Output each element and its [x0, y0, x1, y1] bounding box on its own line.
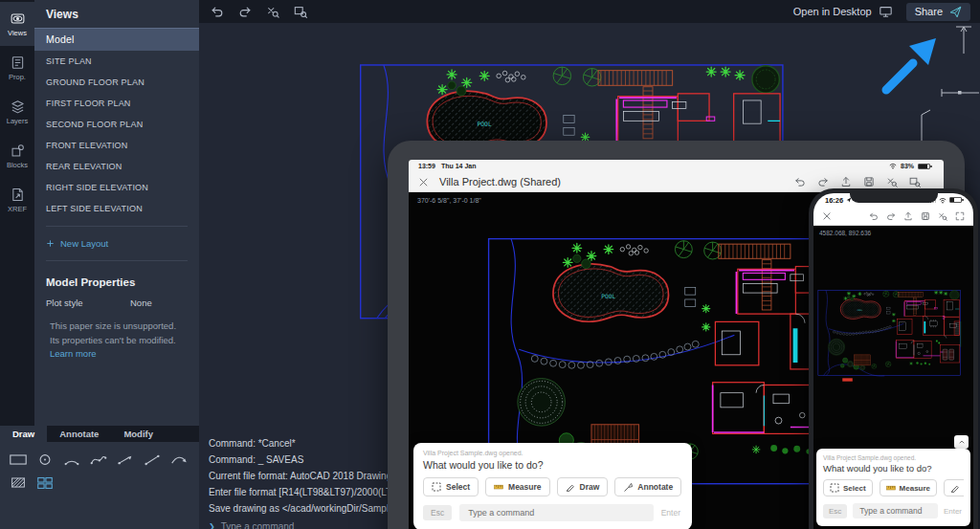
note-text: This paper size is unsupported. Its prop… — [50, 320, 176, 345]
learn-more-link[interactable]: Learn more — [50, 348, 97, 359]
zoom-window-icon[interactable] — [909, 176, 921, 187]
tab-modify[interactable]: Modify — [111, 426, 166, 442]
upload-icon[interactable] — [903, 211, 913, 221]
hatch-icon — [9, 476, 28, 489]
divider — [46, 226, 188, 227]
view-item-site-plan[interactable]: SITE PLAN — [34, 51, 199, 72]
circle-icon — [35, 453, 55, 466]
rail-label: Blocks — [7, 161, 28, 169]
save-icon[interactable] — [863, 176, 875, 187]
view-item-second-floor[interactable]: SECOND FLOOR PLAN — [34, 114, 199, 135]
rail-label: Prop. — [9, 73, 26, 81]
open-in-desktop-label: Open in Desktop — [793, 6, 872, 17]
redo-icon[interactable] — [817, 176, 829, 187]
rail-label: XREF — [8, 205, 27, 213]
view-item-ground-floor[interactable]: GROUND FLOOR PLAN — [34, 72, 199, 93]
paper-size-note: This paper size is unsupported. Its prop… — [34, 312, 199, 362]
undo-icon[interactable] — [794, 176, 806, 187]
popup-measure-button[interactable]: Measure — [485, 477, 550, 496]
line-tool-button[interactable] — [142, 452, 163, 467]
rectangle-icon — [9, 453, 28, 466]
rail-label: Views — [8, 29, 27, 37]
popup-select-button[interactable]: Select — [423, 477, 479, 496]
layers-icon — [11, 99, 25, 114]
view-item-right-side-elevation[interactable]: RIGHT SIDE ELEVATION — [34, 177, 199, 198]
upload-icon[interactable] — [840, 176, 852, 187]
popup-draw-button[interactable]: Draw — [944, 479, 964, 496]
rail-item-layers[interactable]: Layers — [0, 90, 34, 134]
phone-drawing-canvas[interactable]: 4582.068, 892.636 Villa Project Sample.d… — [813, 226, 973, 529]
zoom-selection-icon[interactable] — [938, 211, 947, 221]
zoom-window-icon[interactable] — [294, 5, 307, 18]
close-icon[interactable] — [418, 177, 429, 187]
view-item-front-elevation[interactable]: FRONT ELEVATION — [34, 135, 199, 156]
views-panel-title: Views — [34, 0, 199, 28]
spline-tool-button[interactable] — [88, 452, 109, 467]
zoom-selection-icon[interactable] — [266, 5, 279, 18]
tab-annotate[interactable]: Annotate — [47, 426, 111, 442]
popup-draw-button[interactable]: Draw — [557, 477, 609, 496]
popup-command-input[interactable]: Type a command — [853, 503, 938, 518]
share-button[interactable]: Share — [906, 3, 970, 21]
command-input[interactable]: ❯ Type a command — [209, 521, 397, 529]
view-item-rear-elevation[interactable]: REAR ELEVATION — [34, 156, 199, 177]
hatch-tool-button[interactable] — [8, 474, 29, 490]
plus-icon — [46, 239, 55, 248]
villa-site-plan-phone — [815, 287, 967, 386]
close-icon[interactable] — [822, 211, 832, 221]
rail-label: Layers — [7, 117, 29, 125]
undo-icon[interactable] — [211, 5, 224, 18]
circle-tool-button[interactable] — [34, 452, 56, 467]
desktop-monitor-icon — [879, 5, 893, 18]
popup-command-input[interactable]: Type a command — [459, 504, 654, 521]
rail-item-properties[interactable]: Prop. — [0, 46, 34, 90]
rail-item-blocks[interactable]: Blocks — [0, 134, 34, 178]
polyline-tool-button[interactable] — [168, 452, 189, 467]
send-icon — [949, 6, 962, 18]
rail-item-xref[interactable]: XREF — [0, 178, 34, 222]
tablet-status-bar: 13:59 Thu 14 Jan 83% — [409, 160, 944, 172]
tab-draw[interactable]: Draw — [0, 426, 47, 442]
popup-opened-text: Villa Project Sample.dwg opened. — [823, 454, 964, 461]
top-toolbar: Open in Desktop Share — [199, 0, 980, 23]
open-in-desktop-button[interactable]: Open in Desktop — [793, 5, 893, 18]
spline-icon — [89, 453, 108, 466]
view-item-first-floor[interactable]: FIRST FLOOR PLAN — [34, 93, 199, 114]
wifi-icon — [889, 163, 897, 169]
xref-icon — [11, 187, 25, 202]
blocks-palette-button[interactable] — [34, 474, 56, 490]
line-arrow-icon — [116, 453, 135, 466]
new-layout-label: New Layout — [60, 238, 108, 249]
popup-measure-button[interactable]: Measure — [880, 479, 937, 496]
left-rail: Views Prop. Layers Blocks XREF — [0, 0, 34, 426]
arc-icon — [62, 453, 81, 466]
redo-icon[interactable] — [886, 211, 896, 221]
save-icon[interactable] — [921, 211, 930, 221]
measure-line-tool-button[interactable] — [115, 452, 136, 467]
autocad-web-app: POOL — [0, 0, 980, 529]
select-icon — [830, 483, 839, 493]
tablet-coordinates: 370'-6 5/8", 37'-0 1/8" — [417, 197, 481, 204]
zoom-selection-icon[interactable] — [886, 176, 898, 187]
pencil-icon — [950, 483, 960, 493]
annotate-pen-icon — [623, 482, 633, 492]
popup-annotate-button[interactable]: Annotate — [614, 477, 681, 496]
measure-ruler-icon — [494, 482, 503, 492]
expand-icon[interactable] — [955, 211, 965, 221]
esc-key-hint[interactable]: Esc — [423, 505, 452, 520]
tablet-doc-title: Villa Project.dwg (Shared) — [439, 176, 561, 187]
arc-tool-button[interactable] — [61, 452, 82, 467]
view-item-left-side-elevation[interactable]: LEFT SIDE ELEVATION — [34, 198, 199, 219]
rectangle-tool-button[interactable] — [8, 452, 29, 467]
model-properties-title: Model Properties — [34, 268, 199, 294]
popup-select-button[interactable]: Select — [823, 479, 873, 496]
collapse-popup-button[interactable] — [954, 435, 969, 449]
esc-key-hint[interactable]: Esc — [823, 504, 847, 518]
plot-style-row: Plot style None — [34, 294, 199, 312]
view-item-model[interactable]: Model — [34, 28, 199, 51]
redo-icon[interactable] — [238, 5, 252, 18]
new-layout-button[interactable]: New Layout — [34, 233, 199, 253]
phone-coordinates: 4582.068, 892.636 — [819, 230, 871, 236]
undo-icon[interactable] — [869, 211, 879, 221]
rail-item-views[interactable]: Views — [0, 2, 34, 46]
